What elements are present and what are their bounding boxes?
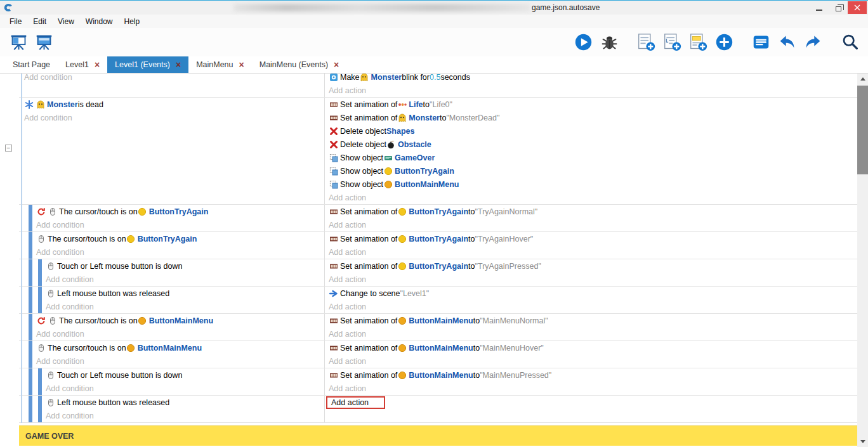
event-row[interactable]: The cursor/touch is on ButtonMainMenuAdd… [19,341,857,368]
action[interactable]: Make Monster blink for 0.5 seconds [329,74,857,84]
condition[interactable]: Touch or Left mouse button is down [46,259,324,273]
screen-blue-icon [35,33,53,51]
add-comment-button[interactable] [687,32,709,53]
object-name: ButtonTryAgain [409,207,468,216]
event-row[interactable]: Left mouse button was releasedAdd condit… [19,396,857,423]
action[interactable]: Show object GameOver [329,151,857,164]
add-action-link[interactable]: Add action [329,330,366,339]
vertical-scrollbar[interactable] [857,74,868,447]
condition[interactable]: Left mouse button was released [46,287,324,300]
action[interactable]: Set animation of ButtonMainMenu to "Main… [329,368,857,382]
action[interactable]: Set animation of Life to "Life0" [329,98,857,111]
add-condition-link[interactable]: Add condition [46,384,94,393]
event-row[interactable]: Left mouse button was releasedAdd condit… [19,287,857,314]
add-action-link[interactable]: Add action [329,248,366,257]
text-part: "MainMenuNormal" [480,316,548,325]
action[interactable]: Show object ButtonMainMenu [329,178,857,191]
action[interactable]: Show object ButtonTryAgain [329,164,857,178]
event-row[interactable]: Touch or Left mouse button is downAdd co… [19,259,857,287]
add-action-link[interactable]: Add action [329,193,366,202]
action[interactable]: Set animation of ButtonTryAgain to "TryA… [329,205,857,218]
add-other-event-button[interactable] [713,32,735,53]
condition[interactable]: The cursor/touch is on ButtonMainMenu [36,341,324,354]
comment-event[interactable]: GAME OVER [19,425,857,446]
tab-close-icon[interactable]: × [239,60,244,69]
event-row[interactable]: Monster is deadAdd conditionSet animatio… [19,98,857,205]
event-row[interactable]: The cursor/touch is on ButtonTryAgainAdd… [19,232,857,259]
condition[interactable]: Touch or Left mouse button is down [46,368,324,382]
add-condition-link[interactable]: Add condition [46,411,94,420]
action[interactable]: Set animation of ButtonTryAgain to "TryA… [329,232,857,245]
menu-item-help[interactable]: Help [119,15,146,28]
menu-item-file[interactable]: File [4,15,27,28]
tab-close-icon[interactable]: × [334,60,339,69]
text-part: Set animation of [340,371,397,380]
add-condition-link[interactable]: Add condition [36,357,84,366]
action[interactable]: Set animation of Monster to "MonsterDead… [329,111,857,124]
condition[interactable]: The cursor/touch is on ButtonTryAgain [36,232,324,245]
add-condition-link[interactable]: Add condition [24,74,72,82]
redo-button[interactable] [802,32,824,53]
events-editor-button[interactable] [33,32,55,53]
action[interactable]: Set animation of ButtonTryAgain to "TryA… [329,259,857,273]
condition[interactable]: Left mouse button was released [46,396,324,409]
add-action-link[interactable]: Add action [329,357,366,366]
add-action-link[interactable]: Add action [329,384,366,393]
tab-level1[interactable]: Level1× [58,56,107,73]
tab-level1-events[interactable]: Level1 (Events)× [107,56,188,73]
action[interactable]: Change to scene "Level1" [329,287,857,300]
text-part: Left mouse button was released [57,289,169,298]
add-condition-link[interactable]: Add condition [36,221,84,230]
scroll-up-button[interactable] [857,74,868,84]
add-condition-link[interactable]: Add condition [36,248,84,257]
add-action-link[interactable]: Add action [326,396,385,409]
action[interactable]: Delete object Obstacle [329,138,857,151]
action[interactable]: Set animation of ButtonMainMenu to "Main… [329,314,857,327]
text-part: to [468,235,475,243]
tab-mainmenu-events[interactable]: MainMenu (Events)× [252,56,347,73]
close-button[interactable] [848,1,867,14]
add-condition-link[interactable]: Add condition [24,113,72,122]
add-condition-link[interactable]: Add condition [46,302,94,311]
add-event-button[interactable] [635,32,657,53]
action[interactable]: Set animation of ButtonMainMenu to "Main… [329,341,857,354]
condition[interactable]: The cursor/touch is on ButtonTryAgain [36,205,324,218]
tab-close-icon[interactable]: × [176,60,181,69]
tab-close-icon[interactable]: × [95,60,100,69]
add-condition-link[interactable]: Add condition [36,330,84,339]
condition[interactable]: Monster is dead [24,98,324,111]
search-button[interactable] [839,32,860,53]
menu-item-edit[interactable]: Edit [27,15,52,28]
event-row[interactable]: The cursor/touch is on ButtonMainMenuAdd… [19,314,857,341]
menu-item-view[interactable]: View [52,15,80,28]
condition[interactable]: The cursor/touch is on ButtonMainMenu [36,314,324,327]
toggle-events-button[interactable] [750,32,772,53]
text-part: "TryAgainNormal" [475,207,538,216]
window-controls [810,1,867,14]
menu-item-window[interactable]: Window [80,15,119,28]
tab-mainmenu[interactable]: MainMenu× [188,56,252,73]
add-condition-link[interactable]: Add condition [46,275,94,284]
minimize-button[interactable] [810,1,829,14]
object-name: ButtonTryAgain [395,167,454,176]
conditions-cell: Left mouse button was releasedAdd condit… [19,396,325,422]
debugger-button[interactable] [598,32,620,53]
maximize-button[interactable] [829,1,848,14]
action[interactable]: Delete object Shapes [329,124,857,138]
undo-button[interactable] [776,32,798,53]
add-action-link[interactable]: Add action [329,302,366,311]
preview-button[interactable] [572,32,594,53]
event-row[interactable]: Add conditionMake Monster blink for 0.5 … [19,74,857,98]
add-action-link[interactable]: Add action [329,86,366,95]
add-subevent-button[interactable] [661,32,683,53]
event-row[interactable]: Touch or Left mouse button is downAdd co… [19,368,857,396]
add-action-link[interactable]: Add action [329,275,366,284]
scene-editor-button[interactable] [8,32,29,53]
tab-start-page[interactable]: Start Page [5,56,58,73]
event-row[interactable]: The cursor/touch is on ButtonTryAgainAdd… [19,205,857,232]
scrollbar-thumb[interactable] [857,86,868,174]
collapse-event-toggle[interactable]: − [5,145,12,152]
add-action-link[interactable]: Add action [329,221,366,230]
scroll-down-button[interactable] [857,436,868,447]
object-name: ButtonTryAgain [409,235,468,243]
